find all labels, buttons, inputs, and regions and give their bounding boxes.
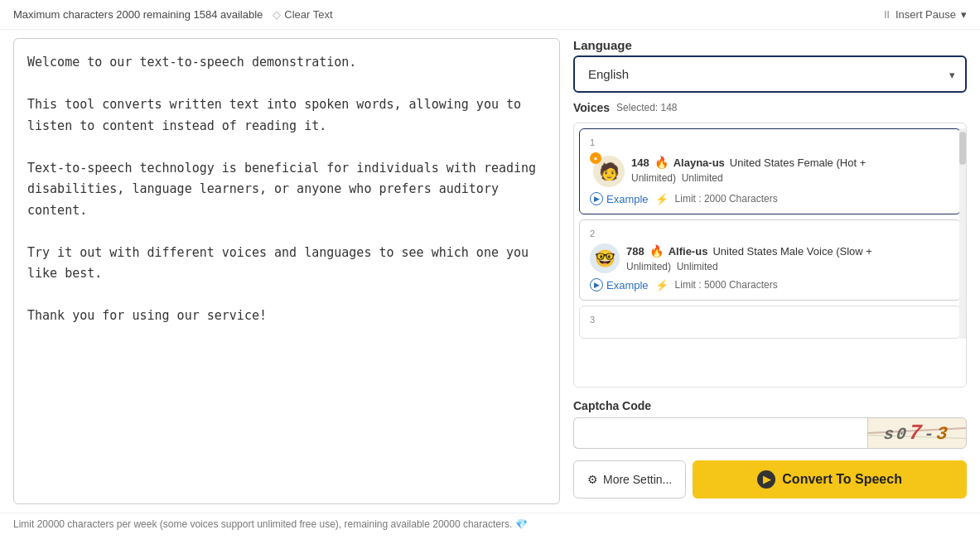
- voice-unlimited-2: Unlimited) Unlimited: [626, 261, 950, 272]
- insert-pause-button[interactable]: ⏸ Insert Pause ▾: [881, 8, 967, 21]
- captcha-row: s07-3: [573, 417, 967, 449]
- main-layout: Welcome to our text-to-speech demonstrat…: [0, 30, 980, 513]
- voice-name-row-1: 148 🔥 Alayna-us United States Female (Ho…: [631, 156, 950, 169]
- diamond-icon: ◇: [273, 8, 281, 21]
- voice-number-1: 1: [590, 137, 950, 147]
- play-example-button-2[interactable]: ▶ Example: [590, 278, 649, 291]
- convert-play-icon: ▶: [757, 470, 775, 489]
- voice-number-2: 2: [590, 229, 950, 238]
- settings-icon: ⚙: [587, 473, 598, 486]
- chevron-down-icon: ▾: [961, 8, 967, 21]
- convert-button[interactable]: ▶ Convert To Speech: [693, 460, 967, 498]
- language-label: Language: [573, 38, 967, 52]
- example-label-2: Example: [606, 279, 649, 291]
- voice-name-2: Alfie-us: [669, 245, 708, 258]
- clear-text-button[interactable]: ◇ Clear Text: [273, 8, 332, 21]
- voices-selected: Selected: 148: [616, 102, 677, 113]
- voice-desc-1: United States Female (Hot +: [730, 157, 866, 169]
- voice-info-1: 148 🔥 Alayna-us United States Female (Ho…: [631, 156, 950, 184]
- text-input[interactable]: Welcome to our text-to-speech demonstrat…: [13, 38, 560, 504]
- text-panel: Welcome to our text-to-speech demonstrat…: [13, 38, 560, 504]
- fire-icon-2: 🔥: [649, 244, 664, 258]
- avatar-2: 🤓: [590, 243, 620, 273]
- limit-icon-1: ⚡: [655, 193, 669, 205]
- voice-unlimited-1: Unlimited) Unlimited: [631, 172, 950, 184]
- scrollbar-track[interactable]: [959, 128, 966, 339]
- limit-text-2: Limit : 5000 Characters: [675, 279, 778, 291]
- voice-row-2: 🤓 788 🔥 Alfie-us United States Male Voic…: [590, 243, 950, 273]
- voice-example-row-2: ▶ Example ⚡ Limit : 5000 Characters: [590, 278, 950, 291]
- voice-name-1: Alayna-us: [673, 157, 725, 169]
- captcha-text: s07-3: [883, 421, 951, 445]
- voice-id-2: 788: [626, 245, 644, 258]
- voice-card-3[interactable]: 3: [579, 306, 961, 339]
- captcha-input[interactable]: [573, 417, 867, 449]
- limit-text-1: Limit : 2000 Characters: [675, 193, 778, 205]
- voice-name-row-2: 788 🔥 Alfie-us United States Male Voice …: [626, 244, 950, 258]
- play-example-button-1[interactable]: ▶ Example: [590, 192, 649, 205]
- pause-icon: ⏸: [881, 8, 892, 21]
- play-icon-2: ▶: [590, 278, 603, 291]
- voices-label: Voices: [573, 101, 610, 114]
- voice-info-2: 788 🔥 Alfie-us United States Male Voice …: [626, 244, 950, 272]
- voice-id-1: 148: [631, 157, 649, 169]
- language-select[interactable]: English Spanish French German: [573, 55, 967, 93]
- example-label-1: Example: [606, 193, 649, 205]
- language-section: Language English Spanish French German ▾: [573, 38, 967, 93]
- voice-number-3: 3: [590, 315, 950, 325]
- language-select-wrapper: English Spanish French German ▾: [573, 55, 967, 93]
- footer: Limit 20000 characters per week (some vo…: [0, 513, 980, 535]
- diamond-icon-footer: 💎: [515, 518, 528, 530]
- captcha-image: s07-3: [867, 417, 967, 449]
- voices-header: Voices Selected: 148: [573, 101, 967, 114]
- right-panel: Language English Spanish French German ▾…: [573, 38, 967, 504]
- captcha-section: Captcha Code s07-3: [573, 399, 967, 449]
- scrollbar-thumb[interactable]: [959, 132, 966, 165]
- voice-example-row-1: ▶ Example ⚡ Limit : 2000 Characters: [590, 192, 950, 205]
- top-bar-left: Maximum characters 2000 remaining 1584 a…: [13, 8, 868, 21]
- play-icon-1: ▶: [590, 192, 603, 205]
- voice-desc-2: United States Male Voice (Slow +: [712, 245, 872, 258]
- char-info: Maximum characters 2000 remaining 1584 a…: [13, 8, 263, 21]
- top-bar: Maximum characters 2000 remaining 1584 a…: [0, 0, 980, 30]
- fire-icon-1: 🔥: [654, 156, 669, 169]
- voices-list: 1 ● 🧑 148 🔥: [573, 123, 967, 388]
- voice-card-2[interactable]: 2 🤓 788 🔥 Alfie-us United States Male Vo…: [579, 219, 961, 301]
- limit-icon-2: ⚡: [655, 279, 669, 291]
- more-settings-button[interactable]: ⚙ More Settin...: [573, 460, 686, 498]
- voice-row-1: ● 🧑 148 🔥 Alayna-us United States Female…: [590, 152, 950, 187]
- action-row: ⚙ More Settin... ▶ Convert To Speech: [573, 460, 967, 498]
- voice-card-1[interactable]: 1 ● 🧑 148 🔥: [579, 128, 961, 214]
- captcha-label: Captcha Code: [573, 399, 967, 412]
